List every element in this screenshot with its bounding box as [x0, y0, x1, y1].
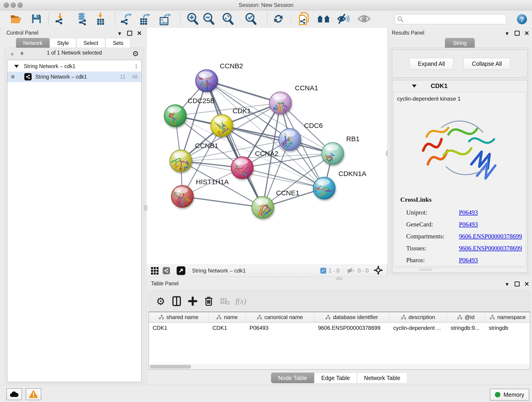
- crosslink-label: Compartments:: [406, 233, 459, 240]
- zoom-in-button[interactable]: [186, 12, 199, 26]
- zoom-fit-button[interactable]: [222, 12, 234, 26]
- crosslink-link[interactable]: 9606.ENSP00000378699: [459, 233, 522, 240]
- cell-name[interactable]: CDK1: [209, 325, 246, 331]
- node-CDC6[interactable]: CDC6: [276, 122, 323, 151]
- table-panel-close-button[interactable]: ✕: [524, 281, 529, 288]
- import-table-button[interactable]: [95, 12, 105, 26]
- cloud-services-button[interactable]: [6, 388, 22, 400]
- clone-network-button[interactable]: [298, 12, 310, 26]
- left-divider-handle[interactable]: [144, 205, 147, 211]
- cell-canonical-name[interactable]: P06493: [246, 325, 314, 331]
- network-options-gear-icon[interactable]: ⚙: [132, 49, 139, 58]
- string-network-graph[interactable]: CCNB2CCNA1CDC25BCDK1CDC6RB1CCNB1CCNA2CDK…: [146, 28, 387, 265]
- network-view-canvas[interactable]: CCNB2CCNA1CDC25BCDK1CDC6RB1CCNB1CCNA2CDK…: [146, 28, 388, 265]
- function-builder-icon[interactable]: f(x): [233, 297, 249, 306]
- selected-count-checkbox-icon[interactable]: ✓: [320, 268, 326, 274]
- cell--id[interactable]: stringdb:9...: [447, 325, 485, 331]
- grid-view-icon[interactable]: [151, 267, 158, 274]
- scrollbar-thumb[interactable]: [150, 365, 191, 369]
- delete-column-trash-icon[interactable]: [201, 296, 217, 306]
- collection-count: 1: [135, 63, 138, 70]
- tab-node-table[interactable]: Node Table: [271, 373, 314, 383]
- search-field[interactable]: [394, 14, 506, 24]
- column-header--id[interactable]: @id: [447, 312, 485, 322]
- network-tab-content: » » 1 of 1 Network selected ⚙ String Net…: [5, 48, 144, 384]
- column-header-description[interactable]: description: [389, 312, 447, 322]
- delete-table-icon[interactable]: [217, 297, 233, 305]
- crosslink-link[interactable]: 9606.ENSP00000378699: [459, 245, 522, 252]
- tab-sets[interactable]: Sets: [106, 38, 130, 48]
- control-panel-float-button[interactable]: [127, 31, 132, 36]
- results-panel-float-button[interactable]: [515, 31, 520, 36]
- node-table[interactable]: shared namenamecanonical namedatabase id…: [149, 312, 530, 370]
- cell-shared-name[interactable]: CDK1: [149, 325, 209, 331]
- control-panel-close-button[interactable]: ✕: [137, 30, 142, 37]
- birdseye-view-button[interactable]: [177, 266, 185, 275]
- tab-string[interactable]: String: [445, 38, 475, 48]
- crosslink-link[interactable]: P06493: [459, 209, 478, 216]
- refresh-button[interactable]: [273, 13, 284, 26]
- column-header-shared-name[interactable]: shared name: [149, 312, 209, 322]
- collapse-entry-icon[interactable]: [412, 85, 417, 88]
- help-button[interactable]: ?: [517, 14, 527, 24]
- network-name: String Network – cdk1: [35, 74, 87, 80]
- results-scrollbar[interactable]: [394, 268, 526, 272]
- crosslink-link[interactable]: P06493: [459, 221, 478, 228]
- node-RB1[interactable]: RB1: [322, 135, 360, 167]
- cell-namespace[interactable]: stringdb: [485, 325, 530, 331]
- network-row[interactable]: String Network – cdk1 11 48: [7, 71, 141, 82]
- cdk1-card-header[interactable]: CDK1: [392, 80, 527, 92]
- import-network-button[interactable]: [54, 13, 66, 26]
- cell-description[interactable]: cyclin-dependent ...: [389, 325, 447, 331]
- column-header-namespace[interactable]: namespace: [485, 312, 530, 322]
- export-network-button[interactable]: [120, 13, 133, 26]
- table-toolbar: ⚙ f(x): [149, 290, 530, 312]
- node-CCNA1[interactable]: CCNA1: [269, 84, 318, 115]
- table-row[interactable]: CDK1CDK1P064939606.ENSP00000378699cyclin…: [149, 322, 530, 333]
- node-label-CCNA1: CCNA1: [295, 84, 318, 92]
- export-table-button[interactable]: [139, 12, 151, 26]
- table-panel-menu-button[interactable]: ▼: [505, 281, 510, 287]
- string-home-button[interactable]: [317, 14, 331, 25]
- edge-HIST1H1A-CCNE1[interactable]: [182, 196, 263, 207]
- tab-network-table[interactable]: Network Table: [357, 373, 407, 383]
- show-columns-icon[interactable]: [169, 296, 185, 306]
- collapse-all-button[interactable]: Collapse All: [463, 58, 510, 70]
- network-collection-row[interactable]: String Network – cdk1 1: [7, 61, 141, 71]
- show-glass-button[interactable]: [357, 14, 371, 25]
- zoom-out-button[interactable]: [202, 12, 215, 26]
- table-panel-float-button[interactable]: [515, 281, 520, 287]
- control-panel-menu-button[interactable]: ▼: [117, 31, 122, 37]
- tab-edge-table[interactable]: Edge Table: [314, 373, 357, 383]
- crosslink-link[interactable]: P06493: [459, 257, 478, 264]
- export-image-button[interactable]: [159, 12, 172, 26]
- tab-style[interactable]: Style: [50, 38, 76, 48]
- string-view-icon[interactable]: [163, 267, 170, 274]
- import-network-from-database-button[interactable]: [75, 12, 88, 26]
- pan-crosshair-icon[interactable]: [374, 266, 383, 276]
- edge-CCNB2-CCNA1[interactable]: [207, 81, 280, 103]
- open-session-button[interactable]: [10, 13, 22, 25]
- column-header-name[interactable]: name: [209, 312, 246, 322]
- tab-select[interactable]: Select: [76, 38, 105, 48]
- hide-glass-button[interactable]: [337, 13, 350, 25]
- node-HIST1H1A[interactable]: HIST1H1A: [171, 178, 229, 207]
- save-session-button[interactable]: [31, 13, 42, 25]
- search-input[interactable]: [405, 16, 506, 22]
- column-header-canonical-name[interactable]: canonical name: [246, 312, 314, 322]
- warnings-button[interactable]: [26, 388, 41, 400]
- table-options-gear-icon[interactable]: ⚙: [152, 295, 169, 307]
- node-CCNB1[interactable]: CCNB1: [170, 142, 218, 172]
- results-panel-menu-button[interactable]: ▼: [505, 31, 510, 37]
- expand-all-button[interactable]: Expand All: [409, 58, 453, 70]
- column-header-database-identifier[interactable]: database identifier: [314, 312, 389, 322]
- results-panel-close-button[interactable]: ✕: [524, 30, 529, 37]
- collapse-collection-icon[interactable]: [14, 65, 19, 68]
- memory-button[interactable]: Memory: [490, 389, 529, 401]
- zoom-selected-button[interactable]: [244, 12, 257, 26]
- table-horizontal-scrollbar[interactable]: [149, 364, 530, 370]
- cell-database-identifier[interactable]: 9606.ENSP00000378699: [314, 325, 389, 331]
- create-column-plus-icon[interactable]: [185, 297, 201, 306]
- tab-network[interactable]: Network: [16, 38, 50, 48]
- node-CDKN1A[interactable]: CDKN1A: [312, 170, 366, 199]
